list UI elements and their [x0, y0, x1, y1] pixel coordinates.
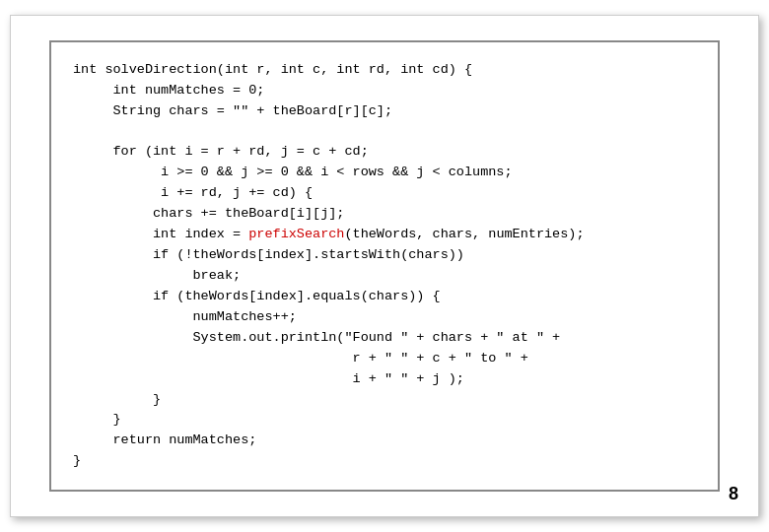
line-6: i >= 0 && j >= 0 && i < rows && j < colu… [73, 165, 513, 179]
line-16: i + " " + j ); [73, 371, 464, 386]
line-9-prefix: int index = [73, 227, 248, 241]
line-10: if (!theWords[index].startsWith(chars)) [73, 247, 464, 262]
line-8: chars += theBoard[i][j]; [73, 206, 344, 221]
line-9-suffix: (theWords, chars, numEntries); [344, 227, 584, 241]
line-1: int solveDirection(int r, int c, int rd,… [73, 62, 472, 77]
line-9-red: prefixSearch [248, 227, 344, 241]
line-17: } [73, 392, 161, 407]
line-14: System.out.println("Found " + chars + " … [73, 330, 560, 345]
line-15: r + " " + c + " to " + [73, 351, 528, 366]
line-9: int index = prefixSearch(theWords, chars… [73, 227, 585, 241]
line-12: if (theWords[index].equals(chars)) { [73, 289, 441, 303]
line-5: for (int i = r + rd, j = c + cd; [73, 144, 369, 159]
code-content: int solveDirection(int r, int c, int rd,… [73, 60, 696, 472]
line-7: i += rd, j += cd) { [73, 185, 313, 200]
line-11: break; [73, 268, 241, 283]
line-2: int numMatches = 0; [73, 83, 264, 98]
slide-container: int solveDirection(int r, int c, int rd,… [10, 15, 759, 517]
code-box: int solveDirection(int r, int c, int rd,… [49, 40, 720, 492]
line-19: return numMatches; [73, 432, 256, 447]
line-20: } [73, 453, 81, 468]
page-number: 8 [729, 484, 738, 504]
line-3: String chars = "" + theBoard[r][c]; [73, 103, 392, 118]
line-13: numMatches++; [73, 309, 297, 324]
line-18: } [73, 412, 121, 427]
